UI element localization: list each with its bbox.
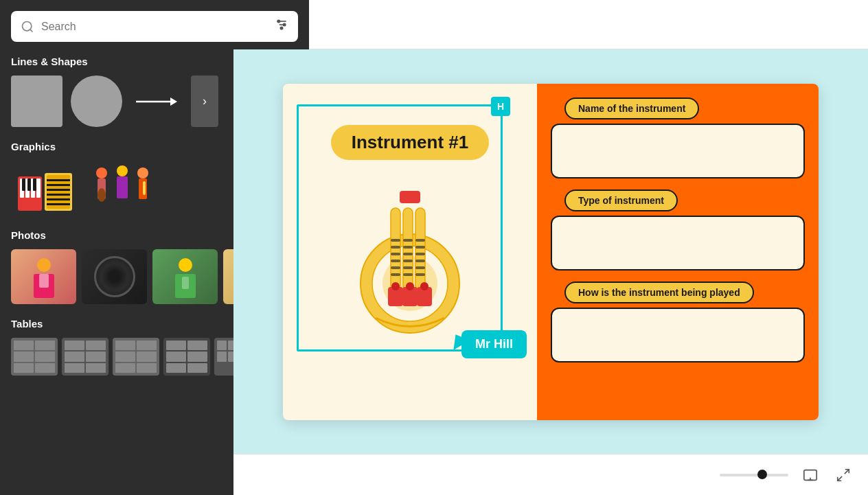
search-bar[interactable] xyxy=(11,11,298,42)
graphic-piano[interactable] xyxy=(11,161,80,216)
svg-rect-70 xyxy=(415,260,425,262)
svg-point-57 xyxy=(406,282,414,290)
svg-point-35 xyxy=(137,168,148,179)
shape-square[interactable] xyxy=(11,76,62,127)
svg-point-32 xyxy=(98,188,106,202)
instrument-title-badge[interactable]: Instrument #1 xyxy=(331,125,490,160)
answer-box-3-container: How is the instrument being played xyxy=(551,281,805,362)
shape-arrow[interactable] xyxy=(130,95,183,108)
svg-rect-19 xyxy=(22,179,25,191)
svg-rect-20 xyxy=(27,179,31,191)
svg-point-33 xyxy=(117,165,128,176)
svg-point-41 xyxy=(179,258,192,272)
vinyl-record xyxy=(94,256,135,297)
answer-box-3-label: How is the instrument being played xyxy=(564,281,754,303)
svg-rect-21 xyxy=(33,179,36,191)
svg-rect-71 xyxy=(391,266,400,269)
answer-box-2-container: Type of instrument xyxy=(551,189,805,270)
answer-box-3[interactable] xyxy=(551,308,805,362)
svg-rect-62 xyxy=(391,246,400,249)
svg-rect-18 xyxy=(36,179,41,198)
svg-point-11 xyxy=(280,27,282,29)
cursor-label: Mr Hill xyxy=(461,330,527,358)
slide: Instrument #1 xyxy=(283,84,819,420)
svg-rect-27 xyxy=(47,194,70,196)
shape-circle[interactable] xyxy=(71,76,122,127)
horn-illustration xyxy=(341,187,479,338)
svg-rect-59 xyxy=(391,239,400,242)
horn-container xyxy=(331,174,489,352)
svg-rect-75 xyxy=(403,273,413,276)
svg-rect-46 xyxy=(400,191,420,203)
answer-box-1-container: Name of the instrument xyxy=(551,97,805,179)
shapes-next-button[interactable]: › xyxy=(191,76,218,127)
svg-rect-65 xyxy=(391,253,400,255)
svg-point-58 xyxy=(420,282,429,290)
svg-rect-40 xyxy=(39,274,49,288)
photo-3[interactable] xyxy=(152,249,218,304)
svg-marker-13 xyxy=(170,97,177,106)
search-icon xyxy=(21,20,34,34)
svg-rect-64 xyxy=(415,246,425,249)
svg-rect-51 xyxy=(403,208,413,290)
answer-box-1-label: Name of the instrument xyxy=(564,97,699,119)
svg-rect-34 xyxy=(117,176,128,198)
photo-1[interactable] xyxy=(11,249,76,304)
svg-rect-69 xyxy=(403,260,413,262)
fullscreen-icon[interactable] xyxy=(832,464,854,486)
toolbar xyxy=(233,0,868,49)
status-bar xyxy=(233,454,868,495)
svg-rect-25 xyxy=(47,184,70,186)
search-input[interactable] xyxy=(41,21,268,33)
answer-box-1[interactable] xyxy=(551,124,805,179)
slide-left: Instrument #1 xyxy=(283,84,537,420)
svg-rect-29 xyxy=(47,203,70,205)
svg-rect-76 xyxy=(415,273,425,276)
svg-rect-60 xyxy=(403,239,413,242)
svg-point-56 xyxy=(391,282,400,290)
answer-box-2[interactable] xyxy=(551,216,805,270)
svg-rect-74 xyxy=(391,273,400,276)
instrument-title: Instrument #1 xyxy=(352,132,469,152)
svg-rect-73 xyxy=(415,266,425,269)
svg-rect-50 xyxy=(391,208,400,290)
svg-rect-28 xyxy=(47,198,70,200)
svg-point-9 xyxy=(277,20,279,22)
svg-rect-37 xyxy=(143,181,146,195)
table-item-1[interactable] xyxy=(11,338,58,376)
svg-rect-61 xyxy=(415,239,425,242)
fit-screen-icon[interactable] xyxy=(799,464,821,486)
svg-point-4 xyxy=(23,21,32,30)
table-item-3[interactable] xyxy=(113,338,159,376)
svg-point-10 xyxy=(284,23,286,25)
svg-rect-67 xyxy=(415,253,425,255)
answer-box-2-label: Type of instrument xyxy=(564,189,678,211)
svg-rect-26 xyxy=(47,189,70,191)
svg-rect-63 xyxy=(403,246,413,249)
svg-rect-66 xyxy=(403,253,413,255)
slide-right: Name of the instrument Type of instrumen… xyxy=(537,84,819,420)
svg-line-81 xyxy=(838,476,842,480)
filter-icon[interactable] xyxy=(275,18,288,35)
selection-handle: H xyxy=(491,97,510,116)
zoom-slider[interactable] xyxy=(720,474,788,476)
svg-rect-52 xyxy=(415,208,425,290)
svg-rect-24 xyxy=(47,179,70,181)
svg-rect-72 xyxy=(403,266,413,269)
svg-rect-68 xyxy=(391,260,400,262)
svg-line-5 xyxy=(30,29,33,32)
slider-thumb xyxy=(757,470,767,479)
svg-rect-43 xyxy=(182,277,189,289)
photo-2[interactable] xyxy=(82,249,147,304)
table-item-2[interactable] xyxy=(62,338,108,376)
canvas-area[interactable]: Instrument #1 xyxy=(233,49,868,454)
svg-point-30 xyxy=(96,168,107,179)
svg-line-80 xyxy=(845,469,849,473)
table-item-4[interactable] xyxy=(163,338,210,376)
svg-point-38 xyxy=(37,258,51,272)
graphic-musicians[interactable] xyxy=(88,161,157,216)
slider-track xyxy=(720,474,788,476)
